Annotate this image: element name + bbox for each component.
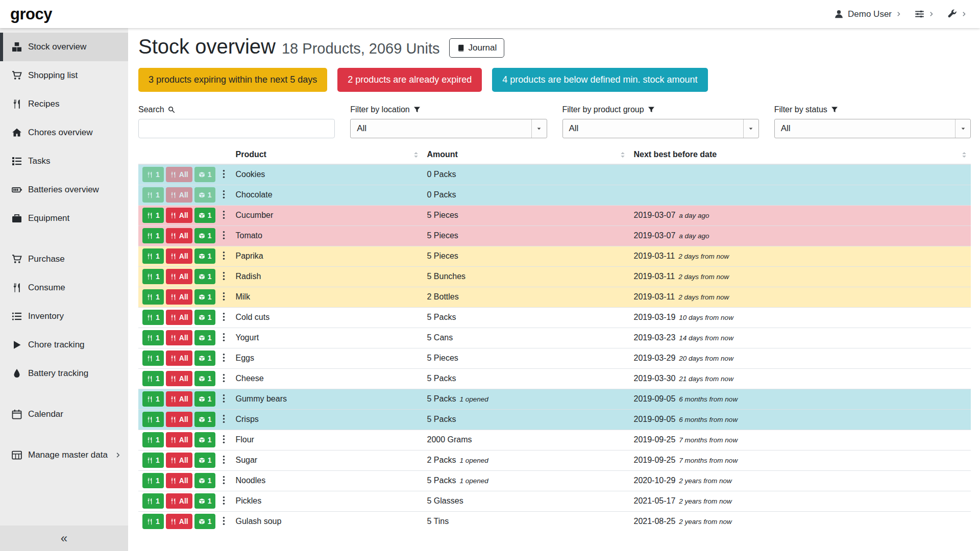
row-menu-button[interactable] (220, 270, 227, 283)
consume-all-button[interactable]: All (166, 514, 192, 529)
consume-one-button[interactable]: 1 (142, 330, 164, 345)
open-one-button[interactable]: 1 (194, 330, 216, 345)
row-menu-button[interactable] (220, 332, 227, 344)
sidebar-item-equipment[interactable]: Equipment (0, 204, 128, 233)
row-menu-button[interactable] (220, 372, 227, 385)
open-one-button[interactable]: 1 (194, 248, 216, 264)
product-group-filter-select[interactable]: All (562, 119, 759, 138)
consume-one-button[interactable]: 1 (142, 391, 164, 407)
sidebar-item-manage-master-data[interactable]: Manage master data (0, 441, 128, 469)
row-menu-button[interactable] (220, 168, 227, 181)
sidebar-item-batteries-overview[interactable]: Batteries overview (0, 176, 128, 204)
consume-all-button[interactable]: All (166, 350, 192, 366)
column-header-product[interactable]: Product (231, 145, 423, 164)
consume-all-button[interactable]: All (166, 248, 192, 264)
consume-one-button[interactable]: 1 (142, 432, 164, 447)
open-one-button[interactable]: 1 (194, 391, 216, 407)
row-menu-button[interactable] (220, 250, 227, 263)
sidebar-item-chore-tracking[interactable]: Chore tracking (0, 331, 128, 359)
column-header-next-best-before-date[interactable]: Next best before date (629, 145, 971, 164)
open-one-button[interactable]: 1 (194, 228, 216, 243)
journal-button[interactable]: Journal (449, 38, 505, 58)
consume-all-button[interactable]: All (166, 453, 192, 468)
open-one-button[interactable]: 1 (194, 514, 216, 529)
row-menu-button[interactable] (220, 474, 227, 487)
sidebar-item-calendar[interactable]: Calendar (0, 400, 128, 429)
consume-all-button[interactable]: All (166, 269, 192, 284)
consume-all-button[interactable]: All (166, 371, 192, 386)
consume-one-button[interactable]: 1 (142, 248, 164, 264)
sidebar-item-recipes[interactable]: Recipes (0, 90, 128, 118)
consume-all-button[interactable]: All (166, 310, 192, 325)
consume-one-button[interactable]: 1 (142, 208, 164, 223)
consume-all-button[interactable]: All (166, 228, 192, 243)
consume-one-button[interactable]: 1 (142, 269, 164, 284)
open-one-button[interactable]: 1 (194, 453, 216, 468)
admin-menu[interactable] (947, 9, 967, 19)
sidebar-item-tasks[interactable]: Tasks (0, 147, 128, 176)
consume-one-button[interactable]: 1 (142, 310, 164, 325)
consume-all-button[interactable]: All (166, 473, 192, 488)
consume-all-button[interactable]: All (166, 208, 192, 223)
consume-all-button[interactable]: All (166, 432, 192, 447)
open-one-button[interactable]: 1 (194, 432, 216, 447)
row-menu-button[interactable] (220, 393, 227, 406)
row-menu-button[interactable] (220, 209, 227, 222)
status-filter-select[interactable]: All (774, 119, 971, 138)
consume-one-button[interactable]: 1 (142, 514, 164, 529)
sidebar-collapse-button[interactable]: « (0, 525, 128, 551)
row-menu-button[interactable] (220, 189, 227, 202)
consume-all-button[interactable]: All (166, 493, 192, 509)
row-menu-button[interactable] (220, 495, 227, 508)
sidebar-item-consume[interactable]: Consume (0, 273, 128, 302)
row-menu-button[interactable] (220, 413, 227, 426)
consume-one-button[interactable]: 1 (142, 371, 164, 386)
consume-one-button[interactable]: 1 (142, 228, 164, 243)
sidebar-item-chores-overview[interactable]: Chores overview (0, 118, 128, 147)
open-one-button[interactable]: 1 (194, 371, 216, 386)
consume-one-button[interactable]: 1 (142, 187, 164, 203)
app-logo[interactable]: grocy (10, 5, 52, 23)
row-menu-button[interactable] (220, 311, 227, 324)
consume-one-button[interactable]: 1 (142, 493, 164, 509)
sidebar-item-purchase[interactable]: Purchase (0, 245, 128, 273)
open-one-button[interactable]: 1 (194, 289, 216, 305)
consume-all-button[interactable]: All (166, 330, 192, 345)
consume-one-button[interactable]: 1 (142, 167, 164, 182)
row-menu-button[interactable] (220, 291, 227, 304)
row-menu-button[interactable] (220, 434, 227, 446)
row-menu-button[interactable] (220, 230, 227, 242)
sidebar-item-inventory[interactable]: Inventory (0, 302, 128, 331)
open-one-button[interactable]: 1 (194, 269, 216, 284)
consume-one-button[interactable]: 1 (142, 412, 164, 427)
settings-menu[interactable] (915, 9, 934, 19)
consume-all-button[interactable]: All (166, 187, 192, 203)
consume-all-button[interactable]: All (166, 412, 192, 427)
alert-expired-button[interactable]: 2 products are already expired (337, 68, 482, 92)
open-one-button[interactable]: 1 (194, 187, 216, 203)
row-menu-button[interactable] (220, 515, 227, 528)
open-one-button[interactable]: 1 (194, 208, 216, 223)
user-menu[interactable]: Demo User (834, 9, 901, 19)
consume-one-button[interactable]: 1 (142, 453, 164, 468)
row-menu-button[interactable] (220, 454, 227, 467)
open-one-button[interactable]: 1 (194, 412, 216, 427)
open-one-button[interactable]: 1 (194, 350, 216, 366)
open-one-button[interactable]: 1 (194, 493, 216, 509)
consume-all-button[interactable]: All (166, 391, 192, 407)
open-one-button[interactable]: 1 (194, 167, 216, 182)
column-header-amount[interactable]: Amount (423, 145, 629, 164)
consume-one-button[interactable]: 1 (142, 350, 164, 366)
sidebar-item-stock-overview[interactable]: Stock overview (0, 33, 128, 61)
consume-all-button[interactable]: All (166, 289, 192, 305)
alert-expiring-button[interactable]: 3 products expiring within the next 5 da… (138, 68, 327, 92)
consume-one-button[interactable]: 1 (142, 473, 164, 488)
open-one-button[interactable]: 1 (194, 473, 216, 488)
consume-all-button[interactable]: All (166, 167, 192, 182)
search-input[interactable] (138, 119, 335, 138)
alert-below-min-button[interactable]: 4 products are below defined min. stock … (492, 68, 707, 92)
row-menu-button[interactable] (220, 352, 227, 365)
sidebar-item-shopping-list[interactable]: Shopping list (0, 61, 128, 90)
sidebar-item-battery-tracking[interactable]: Battery tracking (0, 359, 128, 388)
open-one-button[interactable]: 1 (194, 310, 216, 325)
